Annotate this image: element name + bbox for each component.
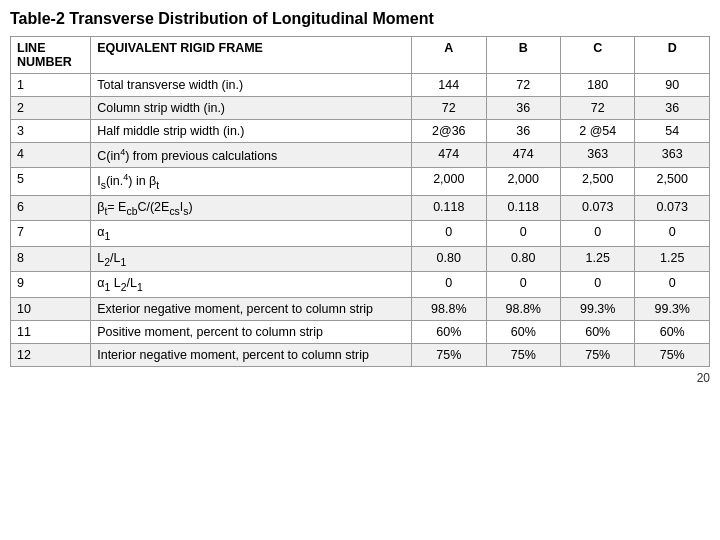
cell-col-b: 0 (486, 221, 560, 247)
table-row: 1Total transverse width (in.)1447218090 (11, 74, 710, 97)
table-row: 6βt= EcbC/(2EcsIs)0.1180.1180.0730.073 (11, 195, 710, 221)
main-table: LINE NUMBER EQUIVALENT RIGID FRAME A B C… (10, 36, 710, 367)
cell-col-a: 144 (412, 74, 486, 97)
table-row: 5Is(in.4) in βt2,0002,0002,5002,500 (11, 168, 710, 196)
cell-line-number: 11 (11, 320, 91, 343)
cell-col-d: 75% (635, 343, 710, 366)
cell-line-number: 5 (11, 168, 91, 196)
header-col-d: D (635, 37, 710, 74)
cell-col-d: 1.25 (635, 246, 710, 272)
table-row: 12Interior negative moment, percent to c… (11, 343, 710, 366)
cell-col-d: 36 (635, 97, 710, 120)
table-row: 3Half middle strip width (in.)2@36362 @5… (11, 120, 710, 143)
header-line-number: LINE NUMBER (11, 37, 91, 74)
table-row: 9α1 L2/L10000 (11, 272, 710, 298)
cell-line-number: 8 (11, 246, 91, 272)
cell-col-c: 0 (560, 272, 634, 298)
cell-description: C(in4) from previous calculations (91, 143, 412, 168)
table-row: 11Positive moment, percent to column str… (11, 320, 710, 343)
cell-description: α1 (91, 221, 412, 247)
table-header-row: LINE NUMBER EQUIVALENT RIGID FRAME A B C… (11, 37, 710, 74)
cell-col-c: 363 (560, 143, 634, 168)
cell-col-c: 75% (560, 343, 634, 366)
cell-col-d: 363 (635, 143, 710, 168)
cell-col-c: 2,500 (560, 168, 634, 196)
cell-description: βt= EcbC/(2EcsIs) (91, 195, 412, 221)
cell-col-a: 72 (412, 97, 486, 120)
cell-description: L2/L1 (91, 246, 412, 272)
cell-description: α1 L2/L1 (91, 272, 412, 298)
cell-col-c: 180 (560, 74, 634, 97)
cell-col-b: 0.80 (486, 246, 560, 272)
cell-line-number: 7 (11, 221, 91, 247)
table-row: 2Column strip width (in.)72367236 (11, 97, 710, 120)
cell-line-number: 6 (11, 195, 91, 221)
cell-description: Positive moment, percent to column strip (91, 320, 412, 343)
page-title: Table-2 Transverse Distribution of Longi… (10, 10, 710, 28)
cell-col-b: 0.118 (486, 195, 560, 221)
cell-col-c: 1.25 (560, 246, 634, 272)
table-row: 8L2/L10.800.801.251.25 (11, 246, 710, 272)
cell-col-d: 2,500 (635, 168, 710, 196)
table-row: 10Exterior negative moment, percent to c… (11, 297, 710, 320)
page-number: 20 (10, 371, 710, 385)
header-description: EQUIVALENT RIGID FRAME (91, 37, 412, 74)
cell-col-c: 0 (560, 221, 634, 247)
cell-col-a: 2@36 (412, 120, 486, 143)
cell-col-d: 0 (635, 272, 710, 298)
cell-col-d: 99.3% (635, 297, 710, 320)
cell-description: Exterior negative moment, percent to col… (91, 297, 412, 320)
cell-col-b: 0 (486, 272, 560, 298)
cell-col-b: 75% (486, 343, 560, 366)
cell-col-b: 98.8% (486, 297, 560, 320)
cell-col-d: 54 (635, 120, 710, 143)
cell-description: Is(in.4) in βt (91, 168, 412, 196)
cell-col-a: 60% (412, 320, 486, 343)
cell-line-number: 9 (11, 272, 91, 298)
header-col-a: A (412, 37, 486, 74)
cell-description: Total transverse width (in.) (91, 74, 412, 97)
cell-col-b: 36 (486, 120, 560, 143)
header-col-b: B (486, 37, 560, 74)
cell-description: Half middle strip width (in.) (91, 120, 412, 143)
cell-line-number: 4 (11, 143, 91, 168)
cell-col-b: 2,000 (486, 168, 560, 196)
cell-col-a: 0 (412, 221, 486, 247)
cell-description: Interior negative moment, percent to col… (91, 343, 412, 366)
cell-line-number: 10 (11, 297, 91, 320)
cell-col-a: 0.80 (412, 246, 486, 272)
cell-col-b: 36 (486, 97, 560, 120)
cell-line-number: 12 (11, 343, 91, 366)
cell-line-number: 1 (11, 74, 91, 97)
cell-col-a: 2,000 (412, 168, 486, 196)
cell-col-a: 0.118 (412, 195, 486, 221)
cell-col-c: 72 (560, 97, 634, 120)
cell-col-c: 2 @54 (560, 120, 634, 143)
cell-col-d: 0 (635, 221, 710, 247)
cell-col-c: 60% (560, 320, 634, 343)
cell-col-d: 0.073 (635, 195, 710, 221)
cell-line-number: 3 (11, 120, 91, 143)
cell-col-d: 60% (635, 320, 710, 343)
cell-col-b: 72 (486, 74, 560, 97)
cell-description: Column strip width (in.) (91, 97, 412, 120)
cell-col-a: 474 (412, 143, 486, 168)
table-row: 4C(in4) from previous calculations474474… (11, 143, 710, 168)
table-row: 7α10000 (11, 221, 710, 247)
cell-col-b: 60% (486, 320, 560, 343)
cell-col-c: 99.3% (560, 297, 634, 320)
cell-line-number: 2 (11, 97, 91, 120)
cell-col-a: 0 (412, 272, 486, 298)
cell-col-a: 98.8% (412, 297, 486, 320)
cell-col-d: 90 (635, 74, 710, 97)
cell-col-c: 0.073 (560, 195, 634, 221)
cell-col-b: 474 (486, 143, 560, 168)
header-col-c: C (560, 37, 634, 74)
cell-col-a: 75% (412, 343, 486, 366)
